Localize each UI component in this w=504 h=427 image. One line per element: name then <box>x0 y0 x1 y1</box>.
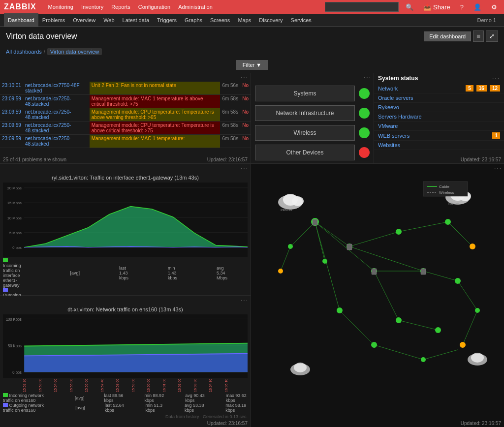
tab-services[interactable]: Services <box>287 13 315 27</box>
problem-ack: No <box>240 95 251 108</box>
chart1-panel: ··· ryl.side1.virton: Traffic on interfa… <box>0 164 251 296</box>
search-icon[interactable]: 🔍 <box>403 3 416 11</box>
chart2-svg: 100 Kbps 50 Kbps 0 bps <box>3 314 248 378</box>
chart2-x-label: 16:04:30 <box>209 378 212 392</box>
problems-menu[interactable]: ··· <box>241 74 249 81</box>
problem-host[interactable]: net.brocade.icx7250-48.stacked <box>23 108 90 122</box>
problem-time: 23:09:59 <box>0 95 23 108</box>
status-name[interactable]: VMware <box>378 123 500 129</box>
chart1-menu[interactable]: ··· <box>241 165 249 172</box>
problem-desc: Management module: MAC 1 temperature is … <box>90 95 220 108</box>
problem-host[interactable]: net.brocade.icx7250-48.stacked <box>23 135 90 148</box>
svg-point-58 <box>337 307 343 313</box>
table-row: 23:09:59 net.brocade.icx7250-48.stacked … <box>0 122 251 135</box>
svg-point-62 <box>288 244 293 249</box>
problem-duration: 6m 58s <box>220 122 240 135</box>
settings-icon[interactable]: ⚙ <box>488 3 500 11</box>
hostgroup-button[interactable]: Systems <box>255 86 355 101</box>
svg-point-49 <box>294 363 307 372</box>
svg-text:0 bps: 0 bps <box>12 245 22 250</box>
status-name[interactable]: WEB servers <box>378 133 489 139</box>
network-map-panel: ··· <box>251 164 504 427</box>
second-nav: Dashboard Problems Overview Web Latest d… <box>0 14 504 27</box>
problem-host[interactable]: net.brocade.icx7250-48.stacked <box>23 95 90 108</box>
chart2-title: dt-xr.virton: Network traffic on ens160 … <box>0 305 251 314</box>
view-list-button[interactable]: ≡ <box>473 30 484 42</box>
svg-rect-69 <box>347 244 352 250</box>
demo-label: Demo 1 <box>477 17 500 23</box>
map-updated: Updated: 23:16:57 <box>251 420 504 427</box>
problem-host[interactable]: net.brocade.icx7750-48F stacked <box>23 82 90 95</box>
nav-inventory[interactable]: Inventory <box>77 0 107 14</box>
tab-maps[interactable]: Maps <box>234 13 255 27</box>
share-icon[interactable]: 📤 Share <box>420 3 453 11</box>
svg-text:15 Mbps: 15 Mbps <box>7 201 22 205</box>
hostgroup-button[interactable]: Network Infrastructure <box>255 105 355 121</box>
tab-web[interactable]: Web <box>99 13 118 27</box>
charts-column: ··· ryl.side1.virton: Traffic on interfa… <box>0 164 251 427</box>
chart1-svg: 20 Mbps 15 Mbps 10 Mbps 5 Mbps 0 bps <box>3 183 248 257</box>
map-menu[interactable]: ··· <box>494 165 502 172</box>
svg-point-47 <box>471 353 484 363</box>
problem-duration: 6m 58s <box>220 135 240 148</box>
problem-time: 23:09:59 <box>0 108 23 122</box>
search-input[interactable] <box>325 2 399 12</box>
nav-configuration[interactable]: Configuration <box>134 0 174 14</box>
hostgroup-button[interactable]: Other Devices <box>255 145 355 160</box>
svg-point-67 <box>278 269 283 274</box>
svg-point-56 <box>396 317 402 323</box>
svg-text:50 Kbps: 50 Kbps <box>8 344 22 348</box>
svg-point-59 <box>371 342 377 348</box>
help-icon[interactable]: ? <box>457 3 467 11</box>
chart2-x-label: 15:52:20 <box>23 378 26 392</box>
filter-button[interactable]: Filter ▼ <box>236 60 268 70</box>
problem-ack: No <box>240 135 251 148</box>
svg-text:0 bps: 0 bps <box>12 370 22 375</box>
tab-discovery[interactable]: Discovery <box>255 13 286 27</box>
page-title: Virton data overview <box>6 32 77 41</box>
hostgroup-status-indicator <box>359 108 370 119</box>
status-name[interactable]: Servers Hardware <box>378 114 500 120</box>
status-name[interactable]: Oracle servers <box>378 95 500 101</box>
chart2-x-label: 15:59:00 <box>131 378 135 392</box>
tab-problems[interactable]: Problems <box>38 13 69 27</box>
problem-time: 23:10:01 <box>0 82 23 95</box>
svg-text:100 Kbps: 100 Kbps <box>6 317 22 322</box>
tab-overview[interactable]: Overview <box>69 13 99 27</box>
chart2-menu[interactable]: ··· <box>241 297 249 304</box>
nav-monitoring[interactable]: Monitoring <box>44 0 77 14</box>
problem-desc: Management module: CPU temperature: Temp… <box>90 108 220 122</box>
status-badge: 5 <box>466 85 473 92</box>
user-icon[interactable]: 👤 <box>471 3 484 11</box>
chart2-x-label: 16:02:00 <box>178 378 181 392</box>
svg-point-42 <box>292 196 304 206</box>
status-name[interactable]: Rykeevo <box>378 104 500 110</box>
svg-text:Internet: Internet <box>448 202 460 205</box>
chart2-x-label: 15:56:00 <box>85 378 88 392</box>
problem-duration: 6m 58s <box>220 95 240 108</box>
edit-dashboard-button[interactable]: Edit dashboard <box>424 31 471 41</box>
status-row: Oracle servers <box>374 93 504 103</box>
svg-rect-70 <box>372 269 377 274</box>
nav-reports[interactable]: Reports <box>107 0 134 14</box>
status-name[interactable]: Network <box>378 86 463 92</box>
tab-screens[interactable]: Screens <box>206 13 234 27</box>
fullscreen-button[interactable]: ⤢ <box>486 30 498 42</box>
status-row: WEB servers 1 <box>374 131 504 141</box>
problem-time: 23:09:59 <box>0 135 23 148</box>
problems-count: 25 of 41 problems are shown <box>3 157 66 162</box>
problem-desc: Unit 2 Fan 3: Fan is not in normal state <box>90 82 220 95</box>
tab-dashboard[interactable]: Dashboard <box>4 13 38 27</box>
tab-latest-data[interactable]: Latest data <box>119 13 153 27</box>
problem-host[interactable]: net.brocade.icx7250-48.stacked <box>23 122 90 135</box>
status-badge: 1 <box>492 132 500 139</box>
tab-triggers[interactable]: Triggers <box>153 13 181 27</box>
tab-graphs[interactable]: Graphs <box>181 13 206 27</box>
nav-administration[interactable]: Administration <box>174 0 217 14</box>
problem-duration: 6m 58s <box>220 108 240 122</box>
hostgroup-button[interactable]: Wireless <box>255 125 355 141</box>
hostgroups-menu[interactable]: ··· <box>364 74 372 81</box>
status-name[interactable]: Websites <box>378 142 500 148</box>
system-status-menu[interactable]: ··· <box>492 75 500 82</box>
breadcrumb-home[interactable]: All dashboards <box>6 49 42 55</box>
